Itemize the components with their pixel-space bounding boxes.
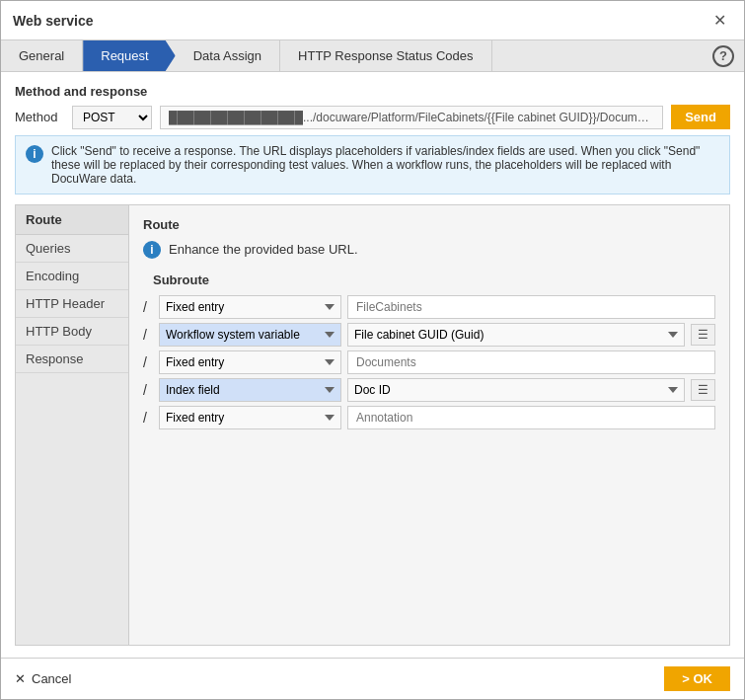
left-nav: Route Queries Encoding HTTP Header HTTP …	[16, 205, 129, 645]
panel-info: i Enhance the provided base URL.	[143, 240, 715, 259]
web-service-dialog: Web service ✕ General Request Data Assig…	[0, 0, 745, 700]
tabs-bar: General Request Data Assign HTTP Respons…	[1, 40, 744, 72]
method-response-section: Method and response Method POST GET PUT …	[15, 84, 730, 194]
ok-button[interactable]: > OK	[664, 666, 730, 691]
slash-4: /	[143, 410, 153, 426]
content-area: Route Queries Encoding HTTP Header HTTP …	[15, 204, 730, 646]
nav-item-http-header[interactable]: HTTP Header	[16, 290, 128, 318]
type-select-4[interactable]: Fixed entry Workflow system variable Ind…	[159, 406, 341, 429]
nav-header: Route	[16, 205, 128, 235]
cancel-label: Cancel	[32, 671, 71, 686]
slash-2: /	[143, 354, 153, 370]
table-row: / Fixed entry Workflow system variable I…	[143, 350, 715, 374]
nav-item-response[interactable]: Response	[16, 346, 128, 373]
nav-item-http-body[interactable]: HTTP Body	[16, 318, 128, 346]
section-label: Method and response	[15, 84, 730, 99]
method-label: Method	[15, 110, 64, 124]
panel-info-icon: i	[143, 241, 161, 259]
tab-request[interactable]: Request	[83, 40, 175, 71]
type-select-2[interactable]: Fixed entry Workflow system variable Ind…	[159, 350, 341, 374]
slash-1: /	[143, 327, 153, 343]
value-select-3[interactable]: Doc ID	[347, 378, 685, 402]
slash-0: /	[143, 299, 153, 315]
nav-item-encoding[interactable]: Encoding	[16, 263, 128, 290]
tab-http-status[interactable]: HTTP Response Status Codes	[280, 40, 492, 71]
slash-3: /	[143, 382, 153, 398]
method-select[interactable]: POST GET PUT DELETE	[72, 106, 152, 129]
type-select-0[interactable]: Fixed entry Workflow system variable Ind…	[159, 295, 341, 319]
nav-item-queries[interactable]: Queries	[16, 235, 128, 263]
cancel-icon: ✕	[15, 671, 26, 686]
tab-data-assign[interactable]: Data Assign	[176, 40, 280, 71]
type-select-3[interactable]: Fixed entry Workflow system variable Ind…	[159, 378, 341, 402]
dialog-footer: ✕ Cancel > OK	[1, 658, 744, 699]
dialog-body: Method and response Method POST GET PUT …	[1, 72, 744, 658]
table-row: / Fixed entry Workflow system variable I…	[143, 295, 715, 319]
filter-icon-button-3[interactable]: ☰	[691, 379, 715, 401]
table-row: / Fixed entry Workflow system variable I…	[143, 378, 715, 402]
type-select-1[interactable]: Fixed entry Workflow system variable Ind…	[159, 323, 341, 347]
method-row: Method POST GET PUT DELETE █████████████…	[15, 105, 730, 129]
right-panel: Route i Enhance the provided base URL. S…	[129, 205, 729, 645]
info-icon: i	[26, 145, 43, 163]
send-button[interactable]: Send	[671, 105, 730, 129]
subroute-label: Subroute	[153, 272, 715, 287]
dialog-titlebar: Web service ✕	[1, 1, 744, 40]
url-display: ████████████████.../docuware/Platform/Fi…	[160, 106, 663, 129]
table-row: / Fixed entry Workflow system variable I…	[143, 406, 715, 429]
value-select-1[interactable]: File cabinet GUID (Guid)	[347, 323, 685, 347]
value-input-4[interactable]	[347, 406, 715, 429]
info-box: i Click "Send" to receive a response. Th…	[15, 135, 730, 194]
panel-title: Route	[143, 217, 715, 232]
panel-info-text: Enhance the provided base URL.	[169, 242, 358, 257]
close-button[interactable]: ✕	[708, 9, 732, 32]
tab-general[interactable]: General	[1, 40, 83, 71]
value-input-0[interactable]	[347, 295, 715, 319]
value-input-2[interactable]	[347, 350, 715, 374]
table-row: / Fixed entry Workflow system variable I…	[143, 323, 715, 347]
ok-label: >	[682, 671, 693, 686]
dialog-title: Web service	[13, 13, 93, 29]
subroute-rows: / Fixed entry Workflow system variable I…	[143, 295, 715, 429]
help-button[interactable]: ?	[712, 45, 734, 67]
cancel-button[interactable]: ✕ Cancel	[15, 671, 71, 686]
info-text: Click "Send" to receive a response. The …	[51, 144, 719, 186]
filter-icon-button-1[interactable]: ☰	[691, 324, 715, 346]
